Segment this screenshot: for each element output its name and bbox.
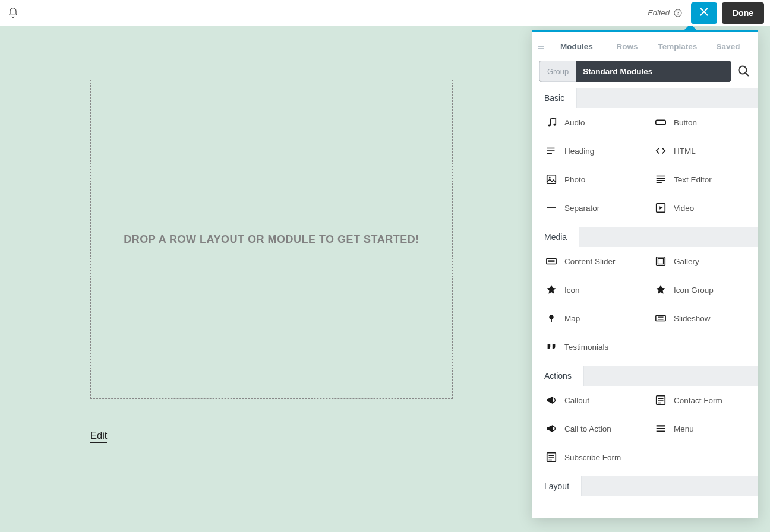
tab-templates[interactable]: Templates [652,39,703,55]
map-icon [545,312,557,324]
dropzone-placeholder-text: DROP A ROW LAYOUT OR MODULE TO GET START… [124,233,419,246]
megaphone-icon [545,423,557,435]
module-label: Separator [564,204,599,213]
module-grid: AudioButtonHeadingHTMLPhotoText EditorSe… [532,108,758,227]
content-panel: Modules Rows Templates Saved Group Stand… [532,30,758,518]
tab-rows[interactable]: Rows [602,39,652,55]
module-item[interactable]: Photo [538,173,643,185]
group-select[interactable]: Group Standard Modules [539,61,731,82]
svg-point-14 [677,14,678,15]
module-item[interactable]: Testimonials [538,341,643,353]
form-icon [545,451,557,463]
section-header[interactable]: Media [532,227,758,247]
module-item[interactable]: Content Slider [538,255,643,267]
panel-tabs: Modules Rows Templates Saved [532,32,758,61]
empty-dropzone[interactable]: DROP A ROW LAYOUT OR MODULE TO GET START… [90,80,453,399]
module-label: Testimonials [564,343,608,352]
module-label: Menu [674,425,694,433]
module-label: Content Slider [564,257,616,266]
menu-icon [655,423,667,435]
module-label: Contact Form [674,396,722,405]
module-grid: CalloutContact FormCall to ActionMenuSub… [532,386,758,476]
section-title: Actions [532,366,584,386]
module-item[interactable]: Call to Action [538,423,643,435]
module-label: Call to Action [564,425,611,433]
button-icon [655,116,667,128]
module-item[interactable]: Icon [538,284,643,296]
module-item[interactable]: Gallery [648,255,752,267]
group-select-value: Standard Modules [576,61,731,82]
star-icon [655,284,667,296]
module-label: Photo [564,175,585,184]
form-icon [655,394,667,406]
text-icon [655,173,667,185]
module-item[interactable]: Video [648,202,752,214]
panel-scroll-area[interactable]: BasicAudioButtonHeadingHTMLPhotoText Edi… [532,88,758,518]
section-title: Media [532,227,579,247]
video-icon [655,202,667,214]
module-label: Video [674,204,694,213]
edited-status: Edited [648,8,683,18]
module-item[interactable]: Heading [538,145,643,157]
close-icon [698,5,711,20]
section-header[interactable]: Actions [532,366,758,386]
module-label: Icon Group [674,286,714,294]
photo-icon [545,173,557,185]
module-label: Heading [564,147,594,156]
gallery-icon [655,255,667,267]
module-item[interactable]: Map [538,312,643,324]
search-icon[interactable] [737,64,751,78]
module-label: Callout [564,396,589,405]
notifications-icon[interactable] [7,7,19,19]
module-item[interactable]: Menu [648,423,752,435]
slideshow-icon [655,312,667,324]
heading-icon [545,145,557,157]
module-label: Audio [564,118,585,127]
edit-link[interactable]: Edit [90,430,107,443]
done-button[interactable]: Done [722,2,764,24]
module-item[interactable]: Text Editor [648,173,752,185]
module-label: Map [564,314,580,323]
tab-modules[interactable]: Modules [551,39,602,55]
module-label: Slideshow [674,314,711,323]
section-title: Layout [532,476,582,496]
module-item[interactable]: Icon Group [648,284,752,296]
module-label: Icon [564,286,580,294]
close-panel-button[interactable] [691,2,717,24]
module-label: Button [674,118,697,127]
module-label: Subscribe Form [564,453,621,462]
separator-icon [545,202,557,214]
module-item[interactable]: Audio [538,116,643,128]
section-title: Basic [532,88,577,108]
module-item[interactable]: HTML [648,145,752,157]
top-toolbar: Edited Done [0,0,770,26]
module-item[interactable]: Callout [538,394,643,406]
module-item[interactable]: Button [648,116,752,128]
module-grid: Content SliderGalleryIconIcon GroupMapSl… [532,247,758,366]
module-label: Text Editor [674,175,712,184]
star-icon [545,284,557,296]
code-icon [655,145,667,157]
music-icon [545,116,557,128]
group-select-label: Group [539,61,576,82]
megaphone-icon [545,394,557,406]
section-header[interactable]: Layout [532,476,758,496]
module-label: Gallery [674,257,699,266]
module-item[interactable]: Contact Form [648,394,752,406]
module-item[interactable]: Separator [538,202,643,214]
section-header[interactable]: Basic [532,88,758,108]
svg-point-15 [739,66,747,74]
quote-icon [545,341,557,353]
module-item[interactable]: Subscribe Form [538,451,643,463]
module-label: HTML [674,147,696,156]
tab-saved[interactable]: Saved [703,39,753,55]
help-icon[interactable] [673,8,683,18]
drag-handle-icon[interactable] [537,43,545,50]
module-item[interactable]: Slideshow [648,312,752,324]
slider-icon [545,255,557,267]
edited-label: Edited [648,8,670,17]
